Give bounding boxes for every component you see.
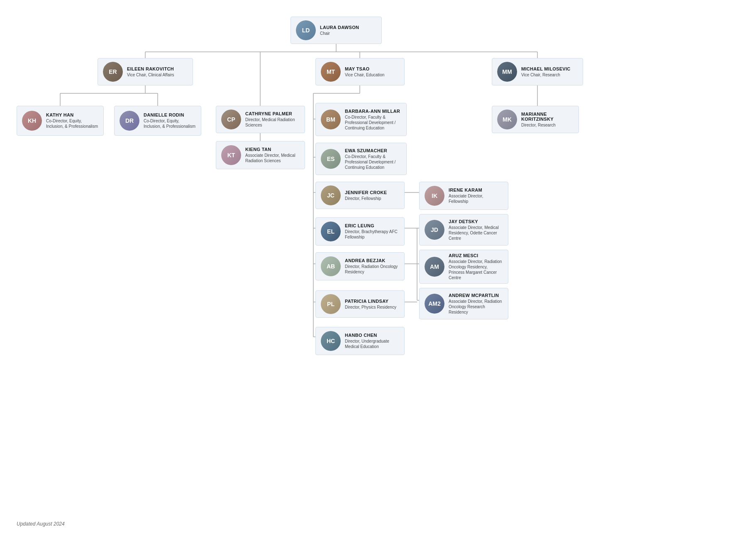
node-title-andrea: Director, Radiation Oncology Residency: [345, 264, 399, 275]
node-name-hanbo: HANBO CHEN: [345, 333, 399, 338]
node-text-kieng: KIENG TAN Associate Director, Medical Ra…: [245, 147, 300, 163]
node-eileen-rakovitch: ER EILEEN RAKOVITCH Vice Chair, Clinical…: [98, 58, 193, 85]
node-text-michael: MICHAEL MILOSEVIC Vice Chair, Research: [521, 66, 571, 78]
node-title-michael: Vice Chair, Research: [521, 72, 571, 78]
node-name-barbara: BARBARA-ANN MILLAR: [345, 109, 401, 114]
avatar-michael: MM: [497, 62, 517, 82]
node-text-laura: LAURA DAWSON Chair: [320, 25, 359, 36]
avatar-aruz: AM: [425, 257, 444, 277]
node-title-may: Vice Chair, Education: [345, 72, 384, 78]
node-name-may: MAY TSAO: [345, 66, 384, 71]
node-title-andrew: Associate Director, Radiation Oncology R…: [449, 299, 503, 315]
node-text-may: MAY TSAO Vice Chair, Education: [345, 66, 384, 78]
node-kieng-tan: KT KIENG TAN Associate Director, Medical…: [216, 141, 305, 169]
node-title-barbara: Co-Director, Faculty & Professional Deve…: [345, 114, 401, 131]
node-title-ewa: Co-Director, Faculty & Professional Deve…: [345, 154, 401, 170]
node-name-danielle: DANIELLE RODIN: [144, 112, 196, 117]
node-text-eric: ERIC LEUNG Director, Brachytherapy AFC F…: [345, 223, 399, 240]
org-chart: LD LAURA DAWSON Chair ER EILEEN RAKOVITC…: [0, 0, 747, 539]
node-title-laura: Chair: [320, 31, 359, 36]
avatar-kieng: KT: [221, 145, 241, 165]
node-text-marianne: MARIANNE KORITZINSKY Director, Research: [521, 112, 574, 128]
node-text-jennifer: JENNIFER CROKE Director, Fellowship: [345, 190, 387, 201]
node-andrea-bezjak: AB ANDREA BEZJAK Director, Radiation Onc…: [315, 252, 405, 280]
node-title-irene: Associate Director, Fellowship: [449, 193, 503, 204]
node-title-kathy: Co-Director, Equity, Inclusion, & Profes…: [46, 118, 98, 129]
node-name-irene: IRENE KARAM: [449, 187, 503, 192]
node-name-kathy: KATHY HAN: [46, 112, 98, 117]
node-text-danielle: DANIELLE RODIN Co-Director, Equity, Incl…: [144, 112, 196, 129]
node-text-patricia: PATRICIA LINDSAY Director, Physics Resid…: [345, 299, 396, 310]
node-name-marianne: MARIANNE KORITZINSKY: [521, 112, 574, 122]
node-marianne-koritzinsky: MK MARIANNE KORITZINSKY Director, Resear…: [492, 106, 579, 133]
node-name-cathryne: CATHRYNE PALMER: [245, 111, 300, 116]
node-title-jennifer: Director, Fellowship: [345, 196, 387, 201]
node-title-danielle: Co-Director, Equity, Inclusion, & Profes…: [144, 118, 196, 129]
avatar-jennifer: JC: [321, 185, 341, 205]
node-hanbo-chen: HC HANBO CHEN Director, Undergraduate Me…: [315, 327, 405, 355]
node-text-jay: JAY DETSKY Associate Director, Medical R…: [449, 219, 503, 241]
node-aruz-mesci: AM ARUZ MESCI Associate Director, Radiat…: [419, 250, 508, 284]
node-barbara-millar: BM BARBARA-ANN MILLAR Co-Director, Facul…: [315, 103, 407, 136]
node-eric-leung: EL ERIC LEUNG Director, Brachytherapy AF…: [315, 217, 405, 246]
node-title-jay: Associate Director, Medical Residency, O…: [449, 225, 503, 241]
footer-text: Updated August 2024: [17, 521, 65, 527]
avatar-marianne: MK: [497, 110, 517, 129]
node-title-eileen: Vice Chair, Clinical Affairs: [127, 72, 174, 78]
node-name-jay: JAY DETSKY: [449, 219, 503, 224]
avatar-cathryne: CP: [221, 110, 241, 129]
node-text-barbara: BARBARA-ANN MILLAR Co-Director, Faculty …: [345, 109, 401, 131]
node-ewa-szumacher: ES EWA SZUMACHER Co-Director, Faculty & …: [315, 143, 407, 175]
node-text-aruz: ARUZ MESCI Associate Director, Radiation…: [449, 253, 503, 280]
avatar-may: MT: [321, 62, 341, 82]
node-text-cathryne: CATHRYNE PALMER Director, Medical Radiat…: [245, 111, 300, 128]
avatar-barbara: BM: [321, 110, 341, 129]
node-irene-karam: IK IRENE KARAM Associate Director, Fello…: [419, 182, 508, 210]
node-jennifer-croke: JC JENNIFER CROKE Director, Fellowship: [315, 182, 405, 209]
avatar-hanbo: HC: [321, 331, 341, 351]
node-title-kieng: Associate Director, Medical Radiation Sc…: [245, 153, 300, 163]
avatar-jay: JD: [425, 220, 444, 240]
node-jay-detsky: JD JAY DETSKY Associate Director, Medica…: [419, 214, 508, 246]
node-andrew-mcpartlin: AM2 ANDREW MCPARTLIN Associate Director,…: [419, 288, 508, 319]
node-laura-dawson: LD LAURA DAWSON Chair: [290, 17, 382, 44]
node-title-eric: Director, Brachytherapy AFC Fellowship: [345, 229, 399, 240]
node-text-hanbo: HANBO CHEN Director, Undergraduate Medic…: [345, 333, 399, 349]
avatar-laura-dawson: LD: [296, 20, 316, 40]
avatar-patricia: PL: [321, 294, 341, 314]
node-name-kieng: KIENG TAN: [245, 147, 300, 152]
node-name-eric: ERIC LEUNG: [345, 223, 399, 228]
node-title-aruz: Associate Director, Radiation Oncology R…: [449, 259, 503, 280]
avatar-irene: IK: [425, 186, 444, 206]
node-text-irene: IRENE KARAM Associate Director, Fellowsh…: [449, 187, 503, 204]
node-danielle-rodin: DR DANIELLE RODIN Co-Director, Equity, I…: [114, 106, 201, 136]
node-text-eileen: EILEEN RAKOVITCH Vice Chair, Clinical Af…: [127, 66, 174, 78]
avatar-andrew: AM2: [425, 294, 444, 314]
node-name-andrew: ANDREW MCPARTLIN: [449, 293, 503, 298]
node-text-kathy: KATHY HAN Co-Director, Equity, Inclusion…: [46, 112, 98, 129]
avatar-ewa: ES: [321, 149, 341, 169]
avatar-eric: EL: [321, 222, 341, 241]
node-name-eileen: EILEEN RAKOVITCH: [127, 66, 174, 71]
avatar-kathy: KH: [22, 111, 42, 131]
node-title-hanbo: Director, Undergraduate Medical Educatio…: [345, 338, 399, 349]
node-text-andrew: ANDREW MCPARTLIN Associate Director, Rad…: [449, 293, 503, 315]
node-name-ewa: EWA SZUMACHER: [345, 148, 401, 153]
node-title-patricia: Director, Physics Residency: [345, 304, 396, 310]
node-text-ewa: EWA SZUMACHER Co-Director, Faculty & Pro…: [345, 148, 401, 170]
node-name-aruz: ARUZ MESCI: [449, 253, 503, 258]
node-cathryne-palmer: CP CATHRYNE PALMER Director, Medical Rad…: [216, 106, 305, 133]
node-kathy-han: KH KATHY HAN Co-Director, Equity, Inclus…: [17, 106, 104, 136]
node-name-michael: MICHAEL MILOSEVIC: [521, 66, 571, 71]
node-name-laura: LAURA DAWSON: [320, 25, 359, 30]
avatar-eileen: ER: [103, 62, 123, 82]
node-name-jennifer: JENNIFER CROKE: [345, 190, 387, 195]
node-text-andrea: ANDREA BEZJAK Director, Radiation Oncolo…: [345, 258, 399, 275]
node-patricia-lindsay: PL PATRICIA LINDSAY Director, Physics Re…: [315, 290, 405, 318]
node-michael-milosevic: MM MICHAEL MILOSEVIC Vice Chair, Researc…: [492, 58, 583, 85]
node-may-tsao: MT MAY TSAO Vice Chair, Education: [315, 58, 405, 85]
avatar-danielle: DR: [120, 111, 139, 131]
node-title-cathryne: Director, Medical Radiation Sciences: [245, 117, 300, 128]
node-name-patricia: PATRICIA LINDSAY: [345, 299, 396, 304]
avatar-andrea: AB: [321, 256, 341, 276]
